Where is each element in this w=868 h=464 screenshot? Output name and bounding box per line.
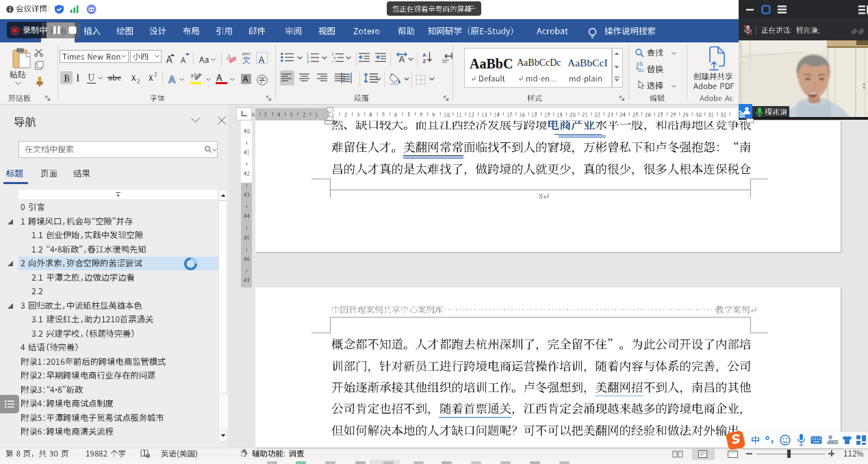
svg-text:A: A [168, 74, 175, 85]
svg-text:i: i [332, 60, 333, 64]
svg-text:a: a [334, 55, 336, 60]
svg-text:A: A [398, 54, 405, 64]
svg-text:A: A [422, 52, 426, 58]
svg-text:Z: Z [423, 58, 426, 64]
svg-text:3: 3 [307, 60, 309, 64]
svg-text:37: 37 [833, 440, 837, 444]
